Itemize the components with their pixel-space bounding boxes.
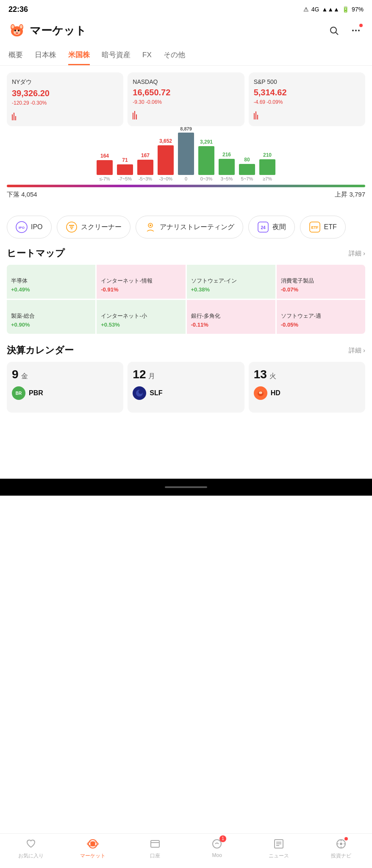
nav-account[interactable]: 口座	[138, 837, 172, 860]
heatmap-cell-4[interactable]: 製薬-総合 +0.90%	[7, 300, 95, 334]
heatmap-header: ヒートマップ 詳細 ›	[7, 247, 365, 260]
heatmap-name-7: ソフトウェア-適	[281, 312, 361, 320]
cal-day-num-2: 13	[254, 368, 267, 381]
nav-news[interactable]: ニュース	[262, 837, 296, 860]
calendar-detail[interactable]: 詳細 ›	[349, 347, 365, 355]
distribution-chart: 164 ≤-7% 71 -7~5% 167 -5~3% 3,652 -3~0%	[7, 135, 365, 207]
cal-day-num-1: 12	[133, 368, 146, 381]
cal-stock-name-1: SLF	[150, 389, 162, 397]
dist-count-3: 3,652	[159, 138, 172, 144]
heatmap-detail[interactable]: 詳細 ›	[349, 250, 365, 258]
index-card-nasdaq[interactable]: NASDAQ 16,650.72 -9.30 -0.06%	[128, 72, 244, 126]
ipo-label: IPO	[31, 223, 43, 231]
heatmap-cell-1[interactable]: インターネット-情報 -0.91%	[97, 265, 185, 299]
svg-point-8	[16, 33, 18, 34]
dist-label-5: 0~3%	[200, 176, 212, 181]
nav-moo[interactable]: Moo	[200, 837, 234, 860]
heatmap-cell-5[interactable]: インターネット-小 +0.53%	[97, 300, 185, 334]
header: マーケット	[0, 19, 372, 46]
cal-card-9[interactable]: 9 金 BR PBR	[7, 362, 123, 413]
heatmap-name-0: 半導体	[11, 277, 91, 285]
tab-crypto[interactable]: 暗号資産	[102, 46, 130, 65]
heatmap-cell-0[interactable]: 半導体 +0.49%	[7, 265, 95, 299]
index-card-nydow[interactable]: NYダウ 39,326.20 -120.29 -0.30%	[7, 72, 123, 126]
heatmap-pct-6: -0.11%	[191, 322, 271, 328]
dist-count-5: 3,291	[200, 139, 213, 145]
filter-icon	[66, 221, 78, 233]
system-nav-bar	[0, 479, 372, 496]
tab-us[interactable]: 米国株	[68, 46, 90, 65]
dist-count-2: 167	[141, 153, 150, 158]
screener-button[interactable]: スクリーナー	[57, 216, 130, 238]
svg-text:24: 24	[261, 225, 266, 230]
index-value-sp500: 5,314.62	[254, 88, 360, 97]
analyst-button[interactable]: アナリストレーティング	[136, 216, 243, 238]
compass-icon	[334, 837, 348, 851]
night-label: 夜間	[272, 223, 286, 232]
svg-point-35	[213, 840, 221, 848]
status-bar: 22:36 ⚠ 4G ▲▲▲ 🔋 97%	[0, 0, 372, 19]
heatmap-cell-7[interactable]: ソフトウェア-適 -0.05%	[277, 300, 365, 334]
index-card-sp500[interactable]: S&P 500 5,314.62 -4.69 -0.09%	[249, 72, 365, 126]
svg-text:ETF: ETF	[311, 225, 319, 230]
index-value-nasdaq: 16,650.72	[133, 88, 239, 97]
svg-point-21	[150, 225, 151, 226]
cal-stock-logo-0: BR	[12, 386, 25, 400]
tab-other[interactable]: その他	[164, 46, 185, 65]
main-content: NYダウ 39,326.20 -120.29 -0.30% NASDAQ 16,…	[0, 66, 372, 428]
signal-icon: ▲▲▲	[322, 6, 339, 13]
index-chart-nydow	[12, 110, 118, 120]
dist-count-0: 164	[100, 153, 109, 159]
heatmap-cell-6[interactable]: 銀行-多角化 -0.11%	[187, 300, 275, 334]
svg-point-12	[355, 30, 357, 31]
svg-point-13	[358, 30, 360, 31]
dist-count-7: 80	[244, 157, 250, 163]
tab-overview[interactable]: 概要	[8, 46, 23, 65]
svg-point-41	[340, 843, 342, 845]
gradient-bar	[7, 185, 365, 187]
night-button[interactable]: 24 夜間	[248, 216, 295, 238]
dist-bars: 164 ≤-7% 71 -7~5% 167 -5~3% 3,652 -3~0%	[7, 139, 365, 181]
nav-invest[interactable]: 投資ナビ	[324, 837, 358, 860]
svg-point-11	[352, 30, 354, 31]
cal-day-num-0: 9	[12, 368, 19, 381]
dist-bar-6: 216 3~5%	[219, 152, 235, 181]
heatmap-cell-3[interactable]: 消費電子製品 -0.07%	[277, 265, 365, 299]
ipo-button[interactable]: IPO IPO	[7, 216, 52, 238]
etf-button[interactable]: ETF ETF	[300, 216, 346, 238]
nav-label-invest: 投資ナビ	[331, 852, 351, 860]
heatmap-name-3: 消費電子製品	[281, 277, 361, 285]
home-indicator[interactable]	[165, 486, 207, 488]
network-icon: 4G	[311, 6, 319, 13]
index-change-nydow: -120.29 -0.30%	[12, 100, 118, 106]
heatmap-cell-2[interactable]: ソフトウェア-イン +0.38%	[187, 265, 275, 299]
index-chart-nasdaq	[133, 109, 239, 119]
cal-stock-name-0: PBR	[29, 389, 43, 397]
cal-day-name-0: 金	[21, 372, 28, 381]
cal-stock-2: HD	[254, 386, 360, 400]
etf-label: ETF	[324, 223, 337, 231]
page-title: マーケット	[30, 23, 86, 38]
cal-day-name-1: 月	[148, 372, 155, 381]
nav-market[interactable]: マーケット	[76, 837, 110, 860]
dist-label-8: ≥7%	[263, 176, 272, 181]
cal-card-12[interactable]: 12 月 SLF	[128, 362, 244, 413]
tab-fx[interactable]: FX	[142, 47, 152, 65]
svg-point-4	[20, 25, 22, 28]
status-icons: ⚠ 4G ▲▲▲ 🔋 97%	[303, 6, 364, 13]
heatmap-name-2: ソフトウェア-イン	[191, 277, 271, 285]
search-button[interactable]	[326, 23, 341, 38]
screener-label: スクリーナー	[81, 223, 122, 232]
calendar-title: 決算カレンダー	[7, 344, 74, 357]
moo-icon	[210, 837, 224, 851]
dist-bar-4: 8,879 0	[178, 126, 194, 181]
nav-favorites[interactable]: お気に入り	[14, 837, 48, 860]
menu-button[interactable]	[348, 23, 364, 38]
heatmap-title: ヒートマップ	[7, 247, 65, 260]
dist-bar-8: 210 ≥7%	[259, 152, 275, 181]
fall-label: 下落 4,054	[7, 191, 37, 199]
tab-japan[interactable]: 日本株	[35, 46, 56, 65]
cal-stock-0: BR PBR	[12, 386, 118, 400]
cal-day-name-2: 火	[269, 372, 276, 381]
cal-card-13[interactable]: 13 火 HD	[249, 362, 365, 413]
